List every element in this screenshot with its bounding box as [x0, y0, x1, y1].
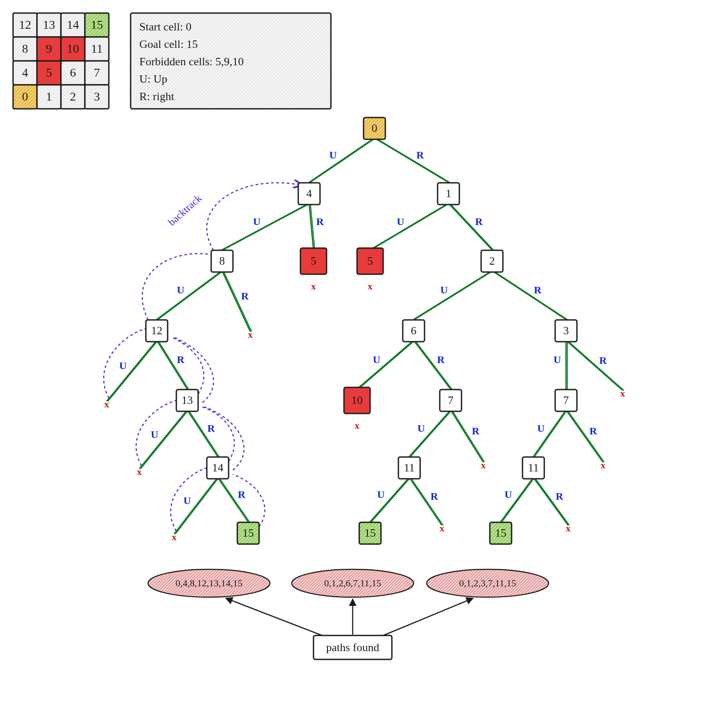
tree-node-label: 7	[563, 394, 569, 407]
backtrack-label: backtrack	[166, 192, 204, 228]
edge-label: U	[373, 354, 380, 365]
svg-line-40	[409, 410, 451, 457]
tree-edges: URURURURURURURURURURURURURUR	[107, 138, 624, 534]
edge-label: R	[590, 425, 597, 437]
edge-label: R	[599, 355, 607, 366]
svg-line-12	[370, 203, 448, 250]
dead-mark: x	[104, 399, 109, 410]
grid-cell-label: 9	[46, 42, 52, 55]
diagram-root: 1213141589101145670123 Start cell: 0 Goa…	[0, 0, 728, 726]
svg-line-34	[566, 340, 623, 390]
edge-label: U	[329, 149, 337, 161]
tree-node-label: 1	[446, 187, 452, 200]
dead-mark: x	[620, 388, 625, 399]
grid-cell-label: 12	[19, 18, 31, 31]
tree-node-label: 2	[489, 255, 495, 267]
grid-cell-label: 0	[22, 90, 28, 103]
svg-line-14	[448, 203, 492, 250]
edge-label: R	[556, 491, 563, 502]
svg-line-30	[414, 340, 451, 389]
svg-line-41	[411, 410, 452, 457]
svg-line-24	[107, 340, 157, 401]
svg-line-46	[566, 410, 603, 462]
grid-cell-label: 8	[22, 42, 28, 55]
svg-line-7	[376, 138, 450, 182]
tree-node-label: 14	[212, 461, 223, 474]
edge-label: R	[416, 149, 424, 161]
grid: 1213141589101145670123	[13, 13, 109, 109]
edge-label: R	[437, 354, 445, 365]
svg-line-8	[222, 203, 309, 250]
dead-mark: x	[172, 531, 177, 542]
grid-cell-label: 15	[91, 18, 103, 31]
tree-node-label: 5	[311, 255, 317, 267]
edge-label: R	[177, 354, 185, 365]
grid-cell-label: 14	[67, 18, 79, 31]
tree-nodes: 041855212x63x131077xx1411x11xx1515x15x	[104, 118, 625, 544]
tree-node-label: 8	[219, 255, 225, 267]
dead-mark: x	[137, 466, 142, 477]
grid-cell-label: 7	[94, 66, 100, 79]
edge-label: R	[316, 216, 324, 227]
edge-label: U	[253, 216, 260, 227]
paths-found-box: paths found	[226, 598, 472, 659]
svg-line-55	[411, 477, 443, 525]
svg-line-17	[158, 271, 223, 319]
edge-label: U	[397, 216, 404, 227]
svg-line-49	[175, 477, 219, 534]
grid-cell-label: 4	[22, 66, 28, 79]
edge-label: R	[431, 491, 438, 502]
edge-label: U	[151, 429, 158, 440]
svg-line-52	[370, 477, 409, 522]
svg-line-29	[358, 340, 415, 389]
svg-line-13	[371, 203, 450, 250]
edge-label: R	[207, 423, 215, 434]
edge-label: R	[472, 425, 480, 437]
svg-line-6	[374, 138, 448, 182]
dead-mark: x	[601, 460, 606, 471]
svg-line-31	[415, 340, 452, 389]
legend-line: U: Up	[139, 73, 167, 85]
legend-line: R: right	[139, 90, 175, 103]
edge-label: U	[553, 354, 561, 365]
svg-line-59	[535, 477, 570, 525]
tree-node-label: 7	[448, 394, 454, 407]
grid-cell-label: 2	[70, 90, 76, 103]
legend: Start cell: 0 Goal cell: 15 Forbidden ce…	[131, 13, 331, 109]
grid-cell-label: 10	[67, 42, 79, 55]
dead-mark: x	[248, 329, 253, 340]
backtrack-curves	[104, 183, 300, 531]
tree-node-label: 15	[364, 527, 376, 539]
path-text: 0,4,8,12,13,14,15	[175, 578, 243, 588]
svg-line-5	[310, 138, 376, 182]
svg-line-37	[141, 410, 189, 469]
dead-mark: x	[481, 460, 486, 471]
dead-mark: x	[368, 281, 373, 292]
tree-node-label: 4	[307, 187, 312, 200]
legend-line: Start cell: 0	[139, 20, 192, 33]
edge-label: R	[534, 284, 542, 296]
edge-label: U	[119, 360, 127, 371]
tree-node-label: 11	[404, 461, 415, 474]
grid-cell-label: 11	[91, 42, 103, 55]
svg-line-28	[357, 340, 414, 389]
svg-line-47	[567, 410, 604, 462]
grid-cell-label: 13	[43, 18, 55, 31]
tree-node-label: 6	[411, 324, 417, 337]
edge-label: R	[241, 290, 249, 302]
edge-label: U	[183, 495, 191, 506]
tree-node-label: 13	[182, 394, 193, 407]
svg-line-23	[493, 271, 567, 319]
edge-label: U	[177, 284, 184, 296]
edge-label: R	[238, 489, 246, 500]
svg-line-4	[309, 138, 374, 182]
dead-mark: x	[440, 523, 445, 534]
svg-line-22	[492, 271, 566, 319]
svg-line-9	[223, 203, 310, 250]
edge-label: R	[475, 216, 483, 227]
tree-node-label: 3	[563, 324, 569, 337]
tree-node-label: 15	[243, 527, 254, 539]
edge-label: U	[505, 489, 512, 500]
svg-line-36	[139, 410, 187, 469]
tree-node-label: 15	[495, 527, 506, 539]
